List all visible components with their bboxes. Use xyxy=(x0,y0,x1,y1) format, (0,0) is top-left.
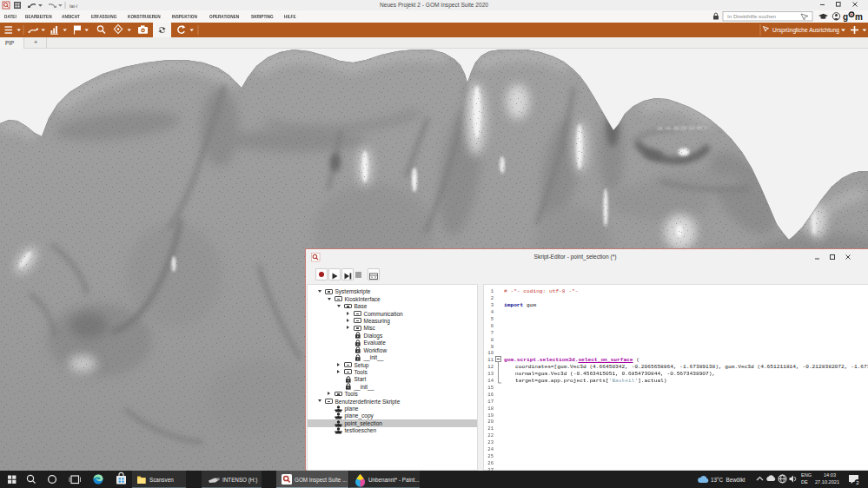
svg-text:m: m xyxy=(855,12,863,22)
svg-text:Ursprüngliche Ausrichtung: Ursprüngliche Ausrichtung xyxy=(772,27,839,34)
svg-text:g: g xyxy=(843,12,848,22)
svg-text:In Direkthilfe suchen: In Direkthilfe suchen xyxy=(727,13,777,19)
